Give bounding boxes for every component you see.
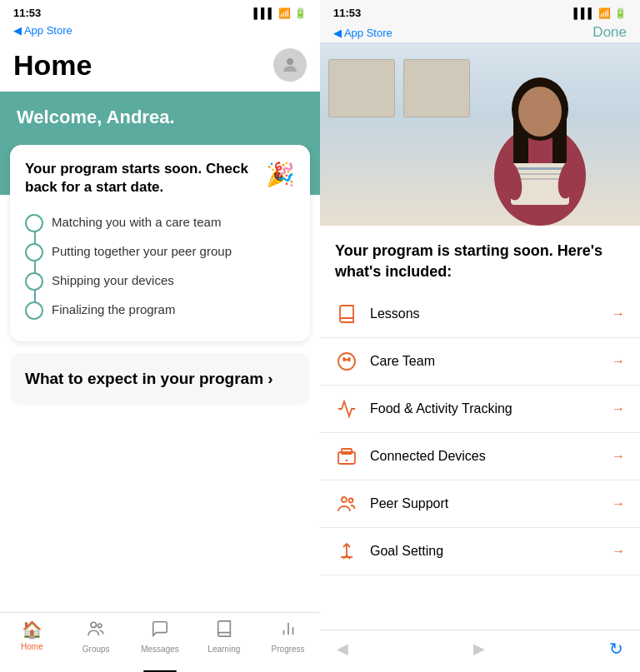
care-team-arrow: →	[612, 354, 625, 369]
feature-item-food-activity[interactable]: Food & Activity Tracking →	[320, 386, 640, 433]
expect-card[interactable]: What to expect in your program ›	[10, 353, 310, 405]
goal-setting-arrow: →	[612, 544, 625, 559]
peer-support-icon	[335, 492, 358, 515]
lessons-label: Lessons	[370, 306, 600, 321]
peer-support-arrow: →	[612, 496, 625, 511]
home-icon: 🏠	[22, 620, 42, 640]
signal-icon: ▌▌▌	[253, 7, 275, 19]
status-bar-right: 11:53 ▌▌▌ 📶 🔋	[320, 0, 640, 22]
tab-groups-label: Groups	[82, 645, 110, 654]
program-card: Your program starts soon. Check back for…	[10, 145, 310, 341]
right-scroll-area: Your program is starting soon. Here's wh…	[320, 226, 640, 630]
battery-icon: 🔋	[294, 7, 307, 19]
messages-icon	[151, 620, 169, 642]
lessons-arrow: →	[612, 306, 625, 321]
header-left: Home	[0, 42, 320, 92]
forward-arrow[interactable]: ▶	[473, 640, 485, 658]
done-button[interactable]: Done	[592, 24, 627, 41]
feature-item-peer-support[interactable]: Peer Support →	[320, 480, 640, 528]
tab-groups[interactable]: Groups	[64, 620, 128, 654]
tab-home-label: Home	[21, 642, 43, 651]
refresh-button[interactable]: ↻	[609, 639, 623, 659]
checklist-text-3: Shipping your devices	[52, 271, 174, 289]
wifi-icon-r: 📶	[598, 7, 611, 19]
person-icon	[280, 55, 300, 75]
back-link-right[interactable]: ◀ App Store	[333, 27, 392, 39]
food-activity-label: Food & Activity Tracking	[370, 401, 600, 416]
svg-point-18	[338, 353, 355, 370]
tab-messages[interactable]: Messages	[128, 620, 192, 654]
svg-point-25	[349, 499, 353, 503]
feature-item-goal-setting[interactable]: Goal Setting →	[320, 528, 640, 575]
food-activity-icon	[335, 397, 358, 421]
food-activity-arrow: →	[612, 401, 625, 416]
tab-progress-label: Progress	[272, 645, 305, 654]
tab-learning[interactable]: Learning	[192, 620, 256, 654]
tab-home[interactable]: 🏠 Home	[0, 620, 64, 654]
svg-point-1	[91, 622, 96, 627]
program-intro-text: Your program is starting soon. Here's wh…	[320, 226, 640, 291]
right-bottom-bar: ◀ ▶ ↻	[320, 630, 640, 672]
svg-point-2	[98, 624, 102, 628]
svg-rect-14	[515, 173, 561, 175]
tab-learning-label: Learning	[208, 645, 240, 654]
svg-rect-15	[515, 178, 563, 180]
list-item: Matching you with a care team	[25, 208, 295, 237]
party-icon: 🎉	[266, 160, 295, 190]
learning-icon	[215, 620, 233, 642]
circle-icon-3	[25, 272, 43, 291]
cards-area: Your program starts soon. Check back for…	[0, 145, 320, 612]
time-left: 11:53	[13, 7, 41, 19]
svg-point-0	[287, 58, 293, 65]
hero-image	[320, 42, 640, 226]
list-item: Putting together your peer group	[25, 237, 295, 266]
wifi-icon: 📶	[278, 7, 291, 19]
battery-icon-r: 🔋	[614, 7, 627, 19]
goal-setting-icon	[335, 540, 358, 563]
avatar[interactable]	[273, 48, 307, 82]
svg-point-11	[518, 87, 562, 137]
connected-devices-arrow: →	[612, 449, 625, 464]
nav-back-left[interactable]: ◀ App Store	[0, 22, 320, 42]
care-team-icon	[335, 350, 358, 373]
lessons-icon	[335, 302, 358, 326]
svg-point-24	[342, 497, 347, 502]
tab-progress[interactable]: Progress	[256, 620, 320, 654]
status-bar-left: 11:53 ▌▌▌ 📶 🔋	[0, 0, 320, 22]
connected-devices-label: Connected Devices	[370, 449, 600, 464]
goal-setting-label: Goal Setting	[370, 544, 600, 559]
expect-title: What to expect in your program ›	[25, 370, 273, 387]
back-arrow[interactable]: ◀	[337, 640, 348, 658]
care-team-label: Care Team	[370, 354, 600, 369]
circle-icon-2	[25, 243, 43, 261]
feature-item-lessons[interactable]: Lessons →	[320, 291, 640, 338]
circle-icon-1	[25, 214, 43, 232]
time-right: 11:53	[333, 7, 361, 19]
checklist: Matching you with a care team Putting to…	[25, 208, 295, 325]
list-item: Finalizing the program	[25, 296, 295, 325]
groups-icon	[87, 620, 105, 642]
checklist-text-2: Putting together your peer group	[52, 242, 232, 260]
svg-rect-22	[342, 449, 352, 454]
progress-icon	[279, 620, 298, 642]
right-top-nav: ◀ App Store Done	[320, 22, 640, 42]
list-item: Shipping your devices	[25, 266, 295, 296]
feature-list: Lessons → Care Team →	[320, 291, 640, 575]
circle-icon-4	[25, 301, 43, 320]
checklist-text-1: Matching you with a care team	[52, 213, 221, 231]
right-phone: 11:53 ▌▌▌ 📶 🔋 ◀ App Store Done	[320, 0, 640, 672]
svg-point-19	[343, 358, 345, 360]
tab-messages-label: Messages	[141, 645, 179, 654]
left-phone: 11:53 ▌▌▌ 📶 🔋 ◀ App Store Home Welcome, …	[0, 0, 320, 672]
hero-person-svg	[465, 47, 615, 226]
bottom-tab-bar: 🏠 Home Groups Messages	[0, 612, 320, 667]
svg-rect-13	[515, 167, 565, 170]
svg-point-20	[348, 358, 350, 360]
signal-icon-r: ▌▌▌	[573, 7, 595, 19]
connected-devices-icon	[335, 445, 358, 468]
feature-item-connected-devices[interactable]: Connected Devices →	[320, 433, 640, 480]
program-card-title: Your program starts soon. Check back for…	[25, 160, 295, 197]
checklist-text-4: Finalizing the program	[52, 301, 175, 318]
page-title-home: Home	[13, 49, 92, 82]
feature-item-care-team[interactable]: Care Team →	[320, 338, 640, 386]
